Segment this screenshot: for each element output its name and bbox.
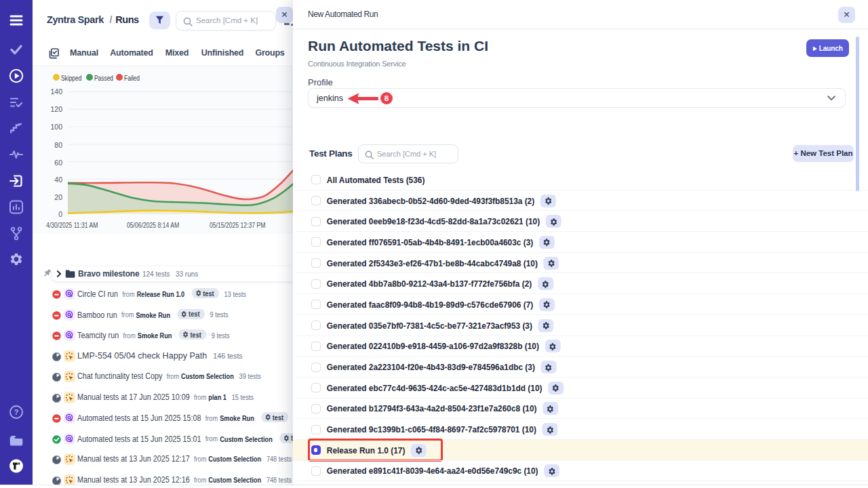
svg-text:?: ? <box>14 408 18 416</box>
